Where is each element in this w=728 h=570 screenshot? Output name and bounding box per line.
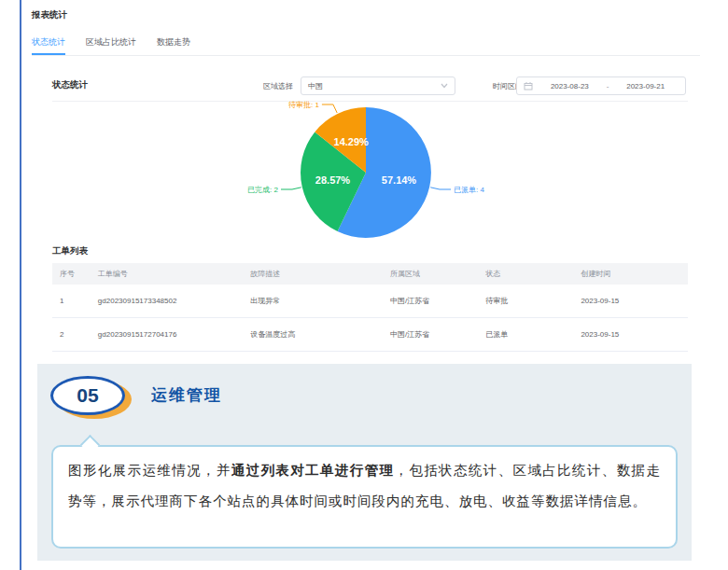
pie-leader-line <box>281 188 301 189</box>
table-cell: 出现异常 <box>243 285 383 318</box>
pie-percent-label: 28.57% <box>315 174 351 186</box>
bubble-tail <box>80 435 100 454</box>
pie-leader-line <box>322 104 337 113</box>
tab-区域占比统计[interactable]: 区域占比统计 <box>86 36 136 55</box>
worklist-title: 工单列表 <box>52 245 700 257</box>
date-range-picker[interactable]: 2023-08-23 - 2023-09-21 <box>516 76 686 95</box>
pie-leader-line <box>430 188 451 189</box>
document-left-rule <box>20 0 21 570</box>
table-cell: gd20230915172704176 <box>91 318 243 352</box>
description-text: 图形化展示运维情况，并通过列表对工单进行管理，包括状态统计、区域占比统计、数据走… <box>68 455 661 518</box>
pie-outer-label: 已派单: 4 <box>454 186 484 194</box>
table-cell: 已派单 <box>478 318 573 352</box>
chevron-down-icon <box>441 83 448 89</box>
doc-annotation-panel: 05 运维管理 图形化展示运维情况，并通过列表对工单进行管理，包括状态统计、区域… <box>37 364 692 561</box>
table-cell: 1 <box>52 285 91 318</box>
pie-percent-label: 14.29% <box>334 136 370 147</box>
region-select-label: 区域选择 <box>263 81 293 91</box>
report-card: 报表统计 状态统计区域占比统计数据走势 状态统计 区域选择 中国 时间区间 20… <box>32 0 700 385</box>
section-number-badge: 05 <box>50 376 133 419</box>
page-title: 报表统计 <box>32 0 700 21</box>
report-tabs: 状态统计区域占比统计数据走势 <box>32 36 700 56</box>
section-number: 05 <box>77 384 98 407</box>
status-pie-chart: 57.14%已派单: 428.57%已完成: 214.29%待审批: 1 <box>133 102 599 240</box>
table-row: 2gd20230915172704176设备温度过高中国/江苏省已派单2023-… <box>52 318 688 352</box>
column-header-所属区域: 所属区域 <box>383 263 478 285</box>
table-cell: 2023-09-15 <box>573 318 688 352</box>
column-header-状态: 状态 <box>478 263 573 285</box>
date-end-input[interactable]: 2023-09-21 <box>612 82 679 90</box>
description-bubble: 图形化展示运维情况，并通过列表对工单进行管理，包括状态统计、区域占比统计、数据走… <box>51 445 678 549</box>
filter-row: 状态统计 区域选择 中国 时间区间 2023-08-23 - 2023-09-2… <box>32 76 700 97</box>
column-header-创建时间: 创建时间 <box>573 263 688 285</box>
column-header-序号: 序号 <box>52 263 91 285</box>
table-cell: gd20230915173348502 <box>91 285 243 318</box>
doc-section-title: 运维管理 <box>151 384 222 406</box>
table-cell: 待审批 <box>478 285 573 318</box>
region-select-value: 中国 <box>308 81 323 91</box>
date-start-input[interactable]: 2023-08-23 <box>537 82 603 90</box>
chart-section-title: 状态统计 <box>52 79 88 91</box>
badge-ellipse: 05 <box>50 376 125 415</box>
date-separator: - <box>607 82 609 90</box>
pie-outer-label: 已完成: 2 <box>247 186 278 194</box>
tab-数据走势[interactable]: 数据走势 <box>157 36 190 55</box>
pie-outer-label: 待审批: 1 <box>288 101 319 109</box>
table-cell: 2023-09-15 <box>573 285 688 318</box>
table-cell: 2 <box>52 318 91 352</box>
paragraph-bold-segment: 通过列表对工单进行管理 <box>231 463 395 478</box>
table-row: 1gd20230915173348502出现异常中国/江苏省待审批2023-09… <box>52 285 688 318</box>
table-cell: 中国/江苏省 <box>383 318 478 352</box>
column-header-工单编号: 工单编号 <box>91 263 243 285</box>
region-select[interactable]: 中国 <box>301 76 455 95</box>
column-header-故障描述: 故障描述 <box>243 263 383 285</box>
tab-状态统计[interactable]: 状态统计 <box>32 36 65 55</box>
worklist-table-head: 序号工单编号故障描述所属区域状态创建时间 <box>52 263 688 285</box>
table-cell: 设备温度过高 <box>243 318 383 352</box>
calendar-icon <box>524 81 533 90</box>
table-cell: 中国/江苏省 <box>383 285 478 318</box>
pie-percent-label: 57.14% <box>382 174 417 186</box>
paragraph-segment: 图形化展示运维情况，并 <box>68 463 231 478</box>
